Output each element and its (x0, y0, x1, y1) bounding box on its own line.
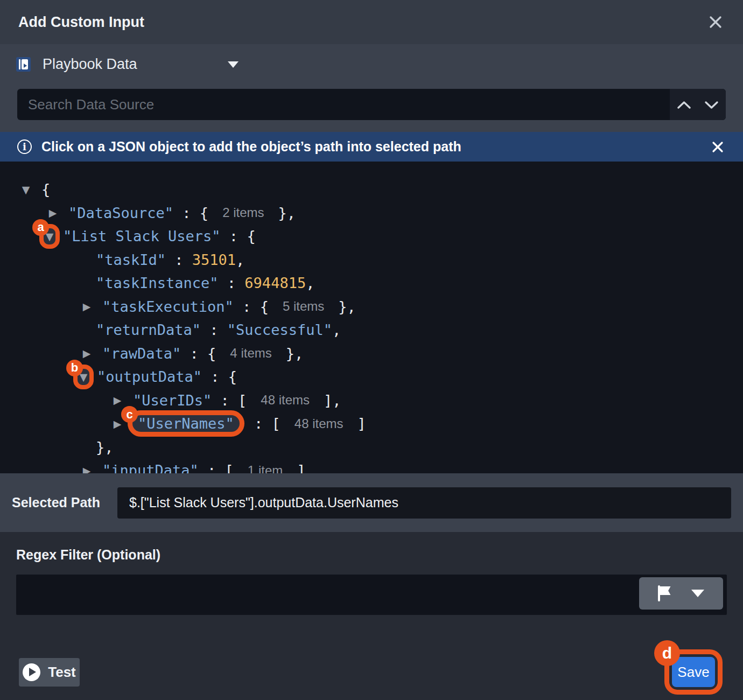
chevron-up-icon (677, 100, 691, 109)
expand-triangle-icon[interactable]: ▶ (110, 394, 124, 406)
json-key[interactable]: "DataSource" (68, 205, 173, 221)
json-colon: : (221, 228, 247, 244)
regex-filter-box (16, 575, 727, 615)
regex-filter-label: Regex Filter (Optional) (16, 547, 727, 563)
json-colon: : (246, 415, 272, 432)
dialog-close-button[interactable] (706, 13, 725, 31)
collapse-triangle-icon[interactable]: ▼ (19, 184, 33, 195)
json-punctuation: { (247, 228, 255, 244)
selected-path-section: Selected Path (0, 473, 743, 532)
chevron-down-icon (704, 100, 719, 109)
dialog-title: Add Custom Input (18, 14, 144, 31)
chevron-down-icon (691, 590, 704, 597)
json-punctuation: [ (272, 415, 281, 432)
json-punctuation: }, (338, 298, 356, 315)
json-key[interactable]: "rawData" (102, 345, 181, 362)
annotation-badge-a: a (32, 219, 49, 236)
search-input[interactable] (17, 89, 670, 120)
json-key[interactable]: "UserIDs" (133, 392, 212, 409)
json-colon: : (166, 251, 192, 268)
json-item-count: 2 items (222, 205, 264, 220)
json-punctuation: }, (286, 345, 304, 362)
json-colon: : (181, 345, 207, 362)
json-tree-row: ▼{ (0, 178, 743, 201)
annotation-badge-b: b (66, 360, 83, 376)
json-punctuation: { (41, 181, 50, 198)
json-colon: : (219, 275, 245, 291)
json-punctuation: { (207, 345, 216, 362)
selected-path-label: Selected Path (12, 495, 117, 510)
data-source-selected-label: Playbook Data (43, 56, 137, 73)
annotation-badge-c: c (121, 406, 138, 423)
json-tree-row: ▶c"UserNames" : [48 items] (0, 412, 743, 436)
regex-flags-dropdown[interactable] (639, 577, 723, 610)
close-icon (709, 15, 723, 29)
json-key[interactable]: "UserNames" (138, 415, 234, 432)
expand-triangle-icon[interactable]: ▶ (46, 207, 60, 219)
json-tree-row: ▶"inputData" : [1 item] (0, 459, 743, 473)
json-key[interactable]: "returnData" (96, 321, 201, 338)
dialog-header: Add Custom Input (0, 0, 743, 44)
json-tree-panel: ▼{▶"DataSource" : {2 items},a▼"List Slac… (0, 162, 743, 473)
regex-filter-input[interactable] (16, 575, 727, 615)
json-punctuation: ], (324, 392, 341, 409)
search-prev-button[interactable] (675, 98, 693, 111)
info-banner: i Click on a JSON object to add the obje… (0, 132, 743, 162)
save-button[interactable]: Save (672, 657, 715, 687)
expand-triangle-icon[interactable]: ▶ (110, 418, 124, 430)
json-punctuation: [ (225, 462, 234, 473)
json-punctuation: , (306, 275, 314, 291)
json-colon: : (202, 368, 228, 385)
regex-filter-section: Regex Filter (Optional) Test d Save (0, 532, 743, 700)
json-tree-row: ▶"rawData" : {4 items}, (0, 342, 743, 366)
json-item-count: 48 items (261, 393, 310, 408)
test-button-label: Test (48, 664, 76, 681)
json-item-count: 4 items (230, 346, 271, 361)
json-item-count: 48 items (295, 416, 344, 431)
json-punctuation: , (236, 251, 244, 268)
json-tree-row: "returnData" : "Successful", (0, 318, 743, 342)
json-punctuation: ] (297, 462, 305, 473)
json-key[interactable]: "taskExecution" (102, 298, 234, 315)
data-source-selector[interactable]: Playbook Data (0, 44, 743, 73)
json-colon: : (212, 392, 238, 409)
expand-triangle-icon[interactable]: ▶ (80, 347, 94, 359)
add-custom-input-dialog: Add Custom Input Playbook Data (0, 0, 743, 700)
json-key[interactable]: "List Slack Users" (63, 228, 221, 244)
annotation-ring-c: c"UserNames" (128, 410, 244, 437)
json-punctuation: }, (278, 205, 296, 221)
json-key[interactable]: "inputData" (102, 462, 199, 473)
json-key[interactable]: "outputData" (97, 368, 202, 385)
test-button[interactable]: Test (19, 658, 80, 687)
search-next-button[interactable] (702, 98, 721, 111)
info-icon: i (17, 139, 32, 154)
search-nav-controls (670, 89, 726, 120)
expand-triangle-icon[interactable]: ▶ (80, 465, 94, 473)
info-banner-text: Click on a JSON object to add the object… (41, 139, 710, 155)
json-punctuation: { (228, 368, 237, 385)
data-source-section: Playbook Data (0, 44, 743, 132)
selected-path-input[interactable] (117, 487, 731, 519)
json-colon: : (234, 298, 260, 315)
json-punctuation: { (200, 205, 208, 221)
json-tree-row: "taskId" : 35101, (0, 248, 743, 272)
playbook-icon (16, 57, 31, 72)
json-punctuation: ] (358, 415, 366, 432)
json-tree-row: ▶"DataSource" : {2 items}, (0, 201, 743, 225)
json-colon: : (201, 321, 227, 338)
json-tree-row: b▼"outputData" : { (0, 365, 743, 389)
json-tree-row: a▼"List Slack Users" : { (0, 225, 743, 248)
expand-triangle-icon[interactable]: ▶ (80, 300, 94, 312)
json-key[interactable]: "taskId" (96, 251, 166, 268)
json-punctuation: }, (96, 439, 114, 456)
info-banner-close-button[interactable] (710, 139, 726, 155)
json-punctuation: [ (238, 392, 247, 409)
json-key[interactable]: "taskInstance" (96, 275, 219, 291)
chevron-down-icon (228, 61, 239, 68)
json-punctuation: { (260, 298, 269, 315)
close-icon (712, 141, 724, 153)
json-item-count: 5 items (283, 299, 324, 314)
json-tree-row: ▶"UserIDs" : [48 items], (0, 389, 743, 412)
annotation-ring-a: a▼ (39, 224, 60, 249)
search-bar (17, 89, 726, 120)
